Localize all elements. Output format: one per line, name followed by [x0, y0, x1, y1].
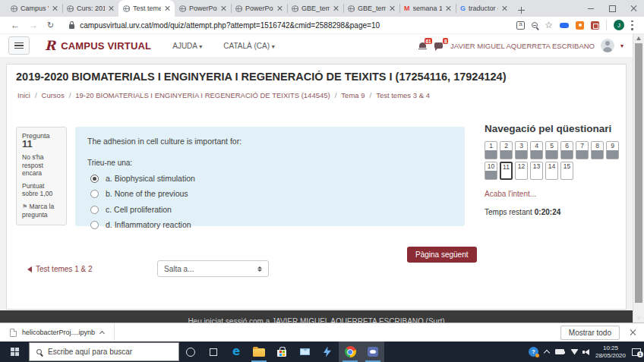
close-icon[interactable] — [52, 5, 58, 11]
back-icon[interactable]: ← — [11, 20, 20, 30]
battery-icon[interactable] — [555, 349, 564, 354]
padlock-icon[interactable] — [69, 24, 74, 29]
discord-button[interactable] — [361, 342, 384, 362]
avatar[interactable] — [601, 39, 614, 52]
quiz-nav-question-4[interactable]: 4 — [530, 141, 543, 159]
bookmark-star-icon[interactable]: ☆ — [545, 21, 553, 29]
chevron-down-icon[interactable]: ▾ — [620, 42, 623, 49]
action-center-icon[interactable]: 1 — [632, 348, 641, 356]
chrome-button[interactable] — [339, 342, 361, 362]
task-view-button[interactable] — [202, 342, 225, 362]
tab-semana-gmail[interactable]: semana 1 - — [399, 0, 456, 17]
tray-expand-icon[interactable] — [544, 350, 550, 356]
breadcrumb-cursos[interactable]: Cursos — [30, 91, 65, 99]
quiz-nav-question-10[interactable]: 10 — [485, 162, 497, 180]
tab-powerpoint-1[interactable]: PowerPoint — [175, 0, 231, 17]
breadcrumb-test[interactable]: Test temes 3 & 4 — [365, 91, 430, 99]
radio-unselected[interactable] — [90, 206, 99, 214]
answer-option-d[interactable]: d. Inflammatory reaction — [90, 220, 453, 229]
scroll-down-icon[interactable] — [636, 316, 641, 320]
quiz-nav-question-3[interactable]: 3 — [515, 141, 528, 159]
tab-gbe-tema-2[interactable]: GBE_tema 3 — [343, 0, 399, 17]
profile-avatar[interactable]: J — [614, 20, 624, 30]
new-tab-button[interactable] — [515, 3, 529, 17]
jump-to-select[interactable]: Salta a... — [157, 260, 269, 277]
close-icon[interactable] — [445, 5, 451, 11]
close-icon[interactable] — [220, 5, 226, 11]
radio-unselected[interactable] — [90, 221, 99, 229]
quiz-nav-question-6[interactable]: 6 — [560, 141, 573, 159]
quiz-nav-question-1[interactable]: 1 — [485, 141, 497, 159]
quiz-nav-question-14[interactable]: 14 — [545, 162, 558, 180]
radio-selected[interactable] — [90, 175, 99, 183]
tab-campus-virtual[interactable]: Campus Vir — [6, 0, 62, 17]
store-button[interactable] — [270, 342, 293, 362]
menu-language[interactable]: CATALÀ (CA) ▾ — [223, 42, 275, 50]
close-window-button[interactable] — [623, 0, 644, 17]
quiz-nav-question-5[interactable]: 5 — [545, 141, 558, 159]
minimize-button[interactable] — [580, 0, 601, 17]
scroll-up-icon[interactable] — [636, 36, 641, 40]
quiz-nav-question-7[interactable]: 7 — [576, 141, 589, 159]
maximize-button[interactable] — [601, 0, 623, 17]
bolt-app-button[interactable] — [316, 342, 339, 362]
browser-menu-icon[interactable] — [631, 20, 633, 30]
answer-option-c[interactable]: c. Cell proliferation — [90, 205, 453, 214]
forward-icon[interactable]: → — [29, 20, 38, 30]
breadcrumb-tema[interactable]: Tema 9 — [330, 91, 365, 99]
flag-question-link[interactable]: ⚑ Marca la pregunta — [22, 203, 62, 219]
help-icon[interactable] — [529, 347, 538, 357]
breadcrumb-course[interactable]: 19-20 BIOMATERIALS I ENGINYERIA I REGENE… — [65, 91, 330, 99]
file-explorer-button[interactable] — [248, 342, 270, 362]
messages-icon[interactable]: 8 — [434, 41, 444, 50]
extension-icon-blue[interactable] — [560, 23, 569, 28]
answer-option-a[interactable]: a. Biophysical stimulation — [90, 174, 453, 183]
tab-powerpoint-2[interactable]: PowerPoint — [231, 0, 287, 17]
close-icon[interactable] — [333, 5, 339, 11]
extension-icon-shield[interactable] — [591, 21, 599, 30]
finish-attempt-link[interactable]: Acaba l'intent... — [485, 190, 626, 198]
close-icon[interactable] — [276, 5, 283, 11]
notifications-icon[interactable]: 61 — [418, 41, 428, 50]
extension-icon-orange[interactable] — [576, 21, 584, 30]
edge-button[interactable] — [225, 342, 248, 362]
taskbar-search-input[interactable]: Escribe aquí para buscar — [29, 342, 179, 361]
speaker-icon[interactable] — [585, 349, 589, 355]
quiz-nav-question-2[interactable]: 2 — [500, 141, 513, 159]
quiz-nav-question-13[interactable]: 13 — [530, 162, 543, 180]
quiz-nav-question-11-current[interactable]: 11 — [500, 162, 513, 180]
tab-test-temes-active[interactable]: Test temes — [118, 0, 175, 17]
tab-traductor[interactable]: traductor - — [456, 0, 512, 17]
answer-option-b[interactable]: b. None of the previous — [90, 189, 453, 198]
user-name[interactable]: JAVIER MIGUEL AQUERRETA ESCRIBANO — [450, 42, 595, 50]
next-page-button[interactable]: Pàgina següent — [407, 247, 477, 263]
tab-curs[interactable]: Curs: 2019- — [62, 0, 118, 17]
urv-logo[interactable]: R — [45, 38, 55, 53]
close-icon[interactable] — [164, 5, 170, 11]
brand-title[interactable]: CAMPUS VIRTUAL — [61, 40, 151, 52]
close-icon[interactable] — [501, 5, 507, 11]
close-icon[interactable] — [108, 5, 114, 11]
zoom-out-icon[interactable] — [532, 22, 538, 28]
close-icon[interactable] — [389, 5, 395, 11]
reload-icon[interactable]: ↻ — [47, 20, 54, 30]
quiz-nav-question-9[interactable]: 9 — [606, 141, 619, 159]
quiz-nav-question-15[interactable]: 15 — [560, 162, 573, 180]
menu-ajuda[interactable]: AJUDA ▾ — [172, 42, 202, 50]
hamburger-menu-icon[interactable] — [8, 36, 30, 55]
download-file-name[interactable]: helicobacterProj....ipynb — [22, 329, 95, 336]
clock[interactable]: 10:2528/05/2020 — [595, 345, 626, 359]
tab-gbe-tema-1[interactable]: GBE_tema 3 — [287, 0, 343, 17]
download-item[interactable]: helicobacterProj....ipynb — [0, 323, 115, 342]
chevron-up-icon[interactable] — [99, 330, 105, 335]
quiz-nav-question-8[interactable]: 8 — [591, 141, 604, 159]
show-all-downloads-button[interactable]: Mostrar todo — [560, 326, 620, 340]
previous-activity-link[interactable]: Test temes 1 & 2 — [27, 265, 92, 273]
radio-unselected[interactable] — [90, 190, 99, 198]
start-button[interactable] — [0, 342, 29, 362]
mail-button[interactable] — [293, 342, 316, 362]
breadcrumb-inici[interactable]: Inici — [17, 91, 30, 99]
cortana-button[interactable] — [179, 342, 202, 362]
address-url[interactable]: campusvirtual.urv.cat/mod/quiz/attempt.p… — [80, 21, 516, 30]
page-scrollbar[interactable] — [633, 34, 644, 323]
